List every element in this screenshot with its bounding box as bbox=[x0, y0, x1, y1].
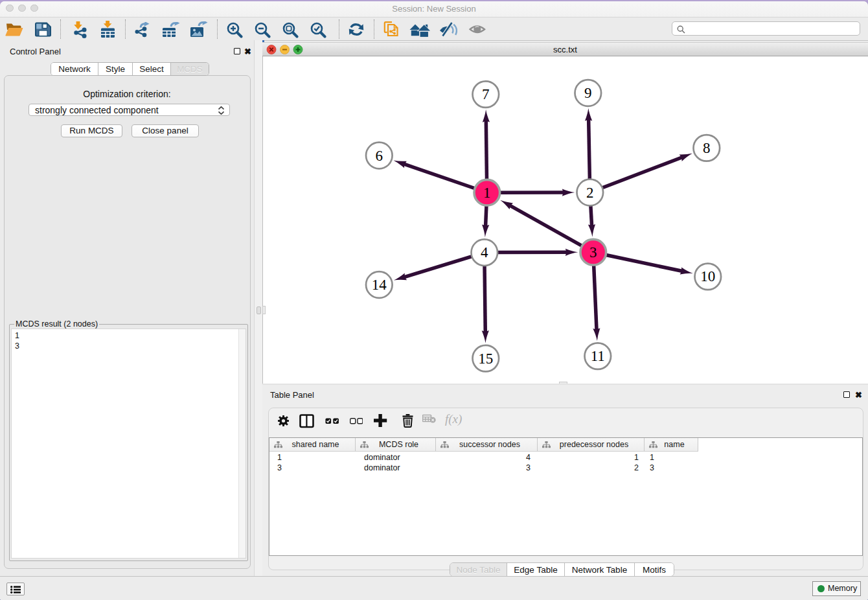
svg-text:14: 14 bbox=[372, 277, 387, 293]
svg-text:1: 1 bbox=[483, 185, 491, 201]
svg-text:7: 7 bbox=[482, 86, 490, 102]
svg-text:2: 2 bbox=[586, 185, 594, 201]
svg-text:3: 3 bbox=[589, 244, 597, 260]
svg-text:10: 10 bbox=[700, 268, 715, 284]
svg-text:9: 9 bbox=[584, 85, 592, 101]
svg-text:8: 8 bbox=[703, 140, 711, 156]
svg-text:4: 4 bbox=[481, 244, 488, 260]
svg-text:6: 6 bbox=[376, 148, 383, 164]
svg-text:11: 11 bbox=[591, 348, 605, 364]
svg-text:15: 15 bbox=[478, 351, 493, 367]
